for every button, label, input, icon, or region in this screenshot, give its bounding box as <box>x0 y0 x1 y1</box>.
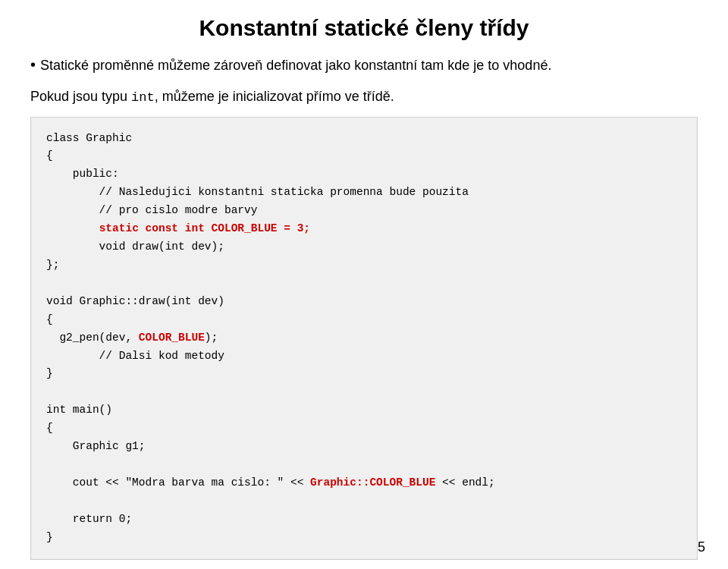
code-highlight-color-blue-1: COLOR_BLUE <box>139 332 205 344</box>
intro-mono: int <box>131 90 155 105</box>
page: Konstantní statické členy třídy •Statick… <box>0 0 728 569</box>
page-title: Konstantní statické členy třídy <box>30 15 698 41</box>
code-highlight-static: static const int COLOR_BLUE = 3; <box>99 222 310 234</box>
code-block: class Graphic { public: // Nasledujici k… <box>30 117 698 560</box>
intro-paragraph-2: Pokud jsou typu int, můžeme je inicializ… <box>30 86 698 108</box>
code-highlight-color-blue-2: Graphic::COLOR_BLUE <box>310 476 435 489</box>
code-line-1: class Graphic { public: // Nasledujici k… <box>46 132 495 543</box>
bullet-icon: • <box>30 53 36 76</box>
intro-text-1: Statické proměnné můžeme zároveň definov… <box>40 58 551 73</box>
page-number: 5 <box>698 539 705 555</box>
intro-suffix: , můžeme je inicializovat přímo ve třídě… <box>155 89 394 104</box>
intro-prefix: Pokud jsou typu <box>30 89 131 104</box>
intro-paragraph-1: •Statické proměnné můžeme zároveň defino… <box>30 53 698 76</box>
